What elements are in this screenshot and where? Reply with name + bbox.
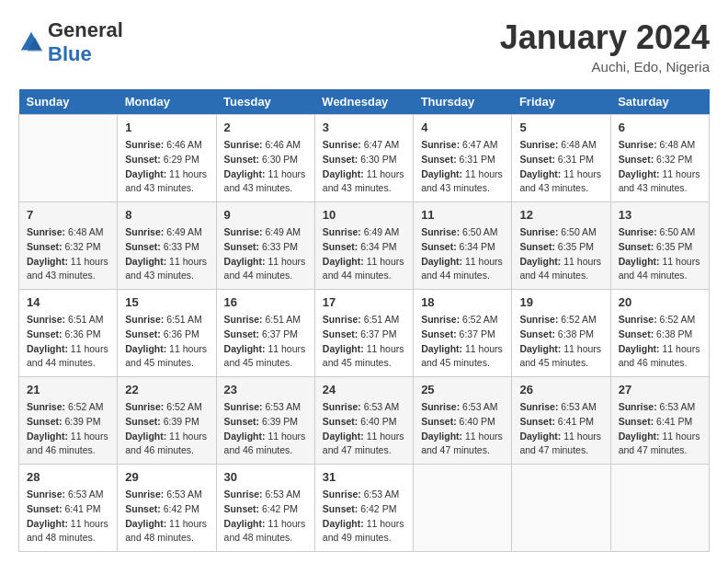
calendar-cell-w2-d4: 11Sunrise: 6:50 AMSunset: 6:34 PMDayligh… [414,202,512,290]
cell-details: Sunrise: 6:47 AMSunset: 6:30 PMDaylight:… [323,138,405,196]
calendar-cell-w5-d6 [610,465,709,552]
day-number: 30 [224,470,307,484]
cell-details: Sunrise: 6:49 AMSunset: 6:34 PMDaylight:… [323,225,405,283]
cell-details: Sunrise: 6:51 AMSunset: 6:36 PMDaylight:… [27,313,109,371]
cell-details: Sunrise: 6:51 AMSunset: 6:37 PMDaylight:… [224,313,307,371]
calendar-cell-w1-d5: 5Sunrise: 6:48 AMSunset: 6:31 PMDaylight… [512,115,610,202]
day-number: 3 [323,121,405,134]
cell-details: Sunrise: 6:49 AMSunset: 6:33 PMDaylight:… [224,225,307,283]
day-number: 15 [125,295,208,309]
calendar-cell-w2-d6: 13Sunrise: 6:50 AMSunset: 6:35 PMDayligh… [610,202,709,290]
calendar-cell-w5-d3: 31Sunrise: 6:53 AMSunset: 6:42 PMDayligh… [314,465,413,552]
calendar-cell-w3-d5: 19Sunrise: 6:52 AMSunset: 6:38 PMDayligh… [512,290,610,377]
day-number: 14 [27,295,109,309]
day-number: 4 [421,121,504,134]
calendar-cell-w1-d2: 2Sunrise: 6:46 AMSunset: 6:30 PMDaylight… [216,115,314,202]
page-header: General Blue January 2024 Auchi, Edo, Ni… [18,18,710,75]
calendar-cell-w2-d1: 8Sunrise: 6:49 AMSunset: 6:33 PMDaylight… [118,202,216,290]
cell-details: Sunrise: 6:50 AMSunset: 6:35 PMDaylight:… [519,225,602,283]
calendar-cell-w2-d5: 12Sunrise: 6:50 AMSunset: 6:35 PMDayligh… [512,202,610,290]
day-number: 29 [125,470,208,484]
day-number: 31 [323,470,405,484]
day-number: 26 [519,383,602,396]
cell-details: Sunrise: 6:50 AMSunset: 6:34 PMDaylight:… [421,225,504,283]
day-number: 2 [224,121,307,134]
day-number: 28 [27,470,109,484]
calendar-cell-w2-d3: 10Sunrise: 6:49 AMSunset: 6:34 PMDayligh… [314,202,413,290]
week-row-5: 28Sunrise: 6:53 AMSunset: 6:41 PMDayligh… [19,465,710,552]
cell-details: Sunrise: 6:47 AMSunset: 6:31 PMDaylight:… [421,138,504,196]
calendar-cell-w4-d3: 24Sunrise: 6:53 AMSunset: 6:40 PMDayligh… [314,377,413,465]
month-year-title: January 2024 [500,18,710,57]
calendar-table: Sunday Monday Tuesday Wednesday Thursday… [18,89,710,552]
location-subtitle: Auchi, Edo, Nigeria [500,59,710,75]
day-number: 1 [125,121,208,134]
cell-details: Sunrise: 6:48 AMSunset: 6:31 PMDaylight:… [519,138,602,196]
day-number: 12 [519,208,602,222]
cell-details: Sunrise: 6:53 AMSunset: 6:41 PMDaylight:… [519,400,602,458]
calendar-cell-w1-d0 [19,115,118,202]
day-number: 19 [519,295,602,309]
day-number: 17 [323,295,405,309]
day-number: 8 [125,208,208,222]
day-number: 20 [619,295,701,309]
day-number: 5 [519,121,602,134]
cell-details: Sunrise: 6:53 AMSunset: 6:42 PMDaylight:… [125,488,208,546]
cell-details: Sunrise: 6:50 AMSunset: 6:35 PMDaylight:… [619,225,701,283]
day-number: 22 [125,383,208,396]
day-number: 21 [27,383,109,396]
calendar-cell-w1-d6: 6Sunrise: 6:48 AMSunset: 6:32 PMDaylight… [610,115,709,202]
calendar-cell-w1-d3: 3Sunrise: 6:47 AMSunset: 6:30 PMDaylight… [314,115,413,202]
cell-details: Sunrise: 6:53 AMSunset: 6:40 PMDaylight:… [323,400,405,458]
calendar-header: Sunday Monday Tuesday Wednesday Thursday… [19,89,710,115]
calendar-cell-w4-d4: 25Sunrise: 6:53 AMSunset: 6:40 PMDayligh… [414,377,512,465]
cell-details: Sunrise: 6:53 AMSunset: 6:39 PMDaylight:… [224,400,307,458]
day-number: 7 [27,208,109,222]
calendar-cell-w4-d0: 21Sunrise: 6:52 AMSunset: 6:39 PMDayligh… [19,377,118,465]
cell-details: Sunrise: 6:52 AMSunset: 6:39 PMDaylight:… [27,400,109,458]
calendar-body: 1Sunrise: 6:46 AMSunset: 6:29 PMDaylight… [19,115,710,552]
header-monday: Monday [118,89,216,115]
header-saturday: Saturday [610,89,709,115]
calendar-cell-w2-d2: 9Sunrise: 6:49 AMSunset: 6:33 PMDaylight… [216,202,314,290]
calendar-cell-w2-d0: 7Sunrise: 6:48 AMSunset: 6:32 PMDaylight… [19,202,118,290]
week-row-2: 7Sunrise: 6:48 AMSunset: 6:32 PMDaylight… [19,202,710,290]
cell-details: Sunrise: 6:52 AMSunset: 6:38 PMDaylight:… [619,313,701,371]
header-friday: Friday [512,89,610,115]
logo-icon [18,29,44,55]
cell-details: Sunrise: 6:53 AMSunset: 6:41 PMDaylight:… [619,400,701,458]
day-number: 9 [224,208,307,222]
calendar-cell-w3-d3: 17Sunrise: 6:51 AMSunset: 6:37 PMDayligh… [314,290,413,377]
cell-details: Sunrise: 6:52 AMSunset: 6:38 PMDaylight:… [519,313,602,371]
week-row-1: 1Sunrise: 6:46 AMSunset: 6:29 PMDaylight… [19,115,710,202]
calendar-cell-w4-d6: 27Sunrise: 6:53 AMSunset: 6:41 PMDayligh… [610,377,709,465]
calendar-cell-w4-d1: 22Sunrise: 6:52 AMSunset: 6:39 PMDayligh… [118,377,216,465]
logo: General Blue [18,18,123,66]
calendar-cell-w5-d0: 28Sunrise: 6:53 AMSunset: 6:41 PMDayligh… [19,465,118,552]
day-number: 13 [619,208,701,222]
week-row-3: 14Sunrise: 6:51 AMSunset: 6:36 PMDayligh… [19,290,710,377]
calendar-cell-w3-d6: 20Sunrise: 6:52 AMSunset: 6:38 PMDayligh… [610,290,709,377]
cell-details: Sunrise: 6:53 AMSunset: 6:42 PMDaylight:… [224,488,307,546]
day-number: 27 [619,383,701,396]
week-row-4: 21Sunrise: 6:52 AMSunset: 6:39 PMDayligh… [19,377,710,465]
calendar-cell-w5-d5 [512,465,610,552]
calendar-cell-w3-d1: 15Sunrise: 6:51 AMSunset: 6:36 PMDayligh… [118,290,216,377]
calendar-cell-w1-d4: 4Sunrise: 6:47 AMSunset: 6:31 PMDaylight… [414,115,512,202]
calendar-cell-w4-d2: 23Sunrise: 6:53 AMSunset: 6:39 PMDayligh… [216,377,314,465]
cell-details: Sunrise: 6:49 AMSunset: 6:33 PMDaylight:… [125,225,208,283]
cell-details: Sunrise: 6:51 AMSunset: 6:37 PMDaylight:… [323,313,405,371]
cell-details: Sunrise: 6:46 AMSunset: 6:29 PMDaylight:… [125,138,208,196]
day-number: 24 [323,383,405,396]
cell-details: Sunrise: 6:53 AMSunset: 6:40 PMDaylight:… [421,400,504,458]
header-wednesday: Wednesday [314,89,413,115]
calendar-cell-w5-d2: 30Sunrise: 6:53 AMSunset: 6:42 PMDayligh… [216,465,314,552]
day-number: 18 [421,295,504,309]
day-number: 10 [323,208,405,222]
calendar-cell-w5-d4 [414,465,512,552]
header-thursday: Thursday [414,89,512,115]
calendar-cell-w1-d1: 1Sunrise: 6:46 AMSunset: 6:29 PMDaylight… [118,115,216,202]
cell-details: Sunrise: 6:46 AMSunset: 6:30 PMDaylight:… [224,138,307,196]
cell-details: Sunrise: 6:53 AMSunset: 6:42 PMDaylight:… [323,488,405,546]
header-sunday: Sunday [19,89,118,115]
